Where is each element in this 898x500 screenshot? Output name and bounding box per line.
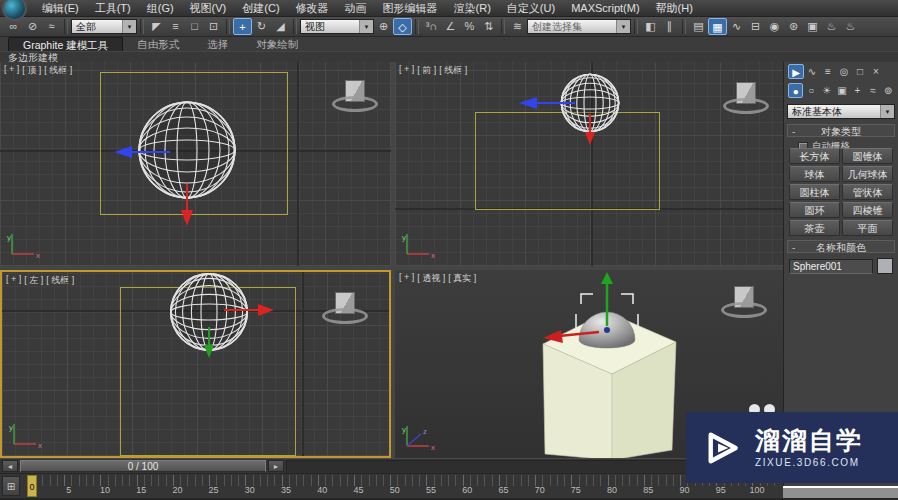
viewport-splitter-vertical[interactable] (391, 62, 395, 458)
menu-item[interactable]: 渲染(R) (446, 1, 499, 16)
viewcube[interactable] (723, 80, 773, 136)
manage-layers-icon[interactable]: ▤ (689, 18, 708, 35)
edit-named-selection-sets-icon[interactable]: ≋ (508, 18, 527, 35)
viewcube-ring[interactable] (322, 308, 368, 324)
object-type-button[interactable]: 几何球体 (842, 166, 893, 182)
select-and-manipulate-icon[interactable]: ◇ (393, 18, 412, 35)
menu-item[interactable]: 组(G) (139, 1, 182, 16)
bind-to-space-warp-icon[interactable]: ≈ (42, 18, 61, 35)
viewport-menu-label[interactable]: [ + ] (4, 64, 19, 77)
select-and-scale-icon[interactable]: ◢ (271, 18, 290, 35)
named-selection-sets-dropdown[interactable]: 创建选择集 ▼ (527, 19, 631, 34)
reference-coordinate-dropdown[interactable]: 视图 ▼ (300, 19, 374, 34)
curve-editor-icon[interactable]: ∿ (727, 18, 746, 35)
modify-tab-icon[interactable]: ∿ (804, 64, 820, 79)
spinner-snap-icon[interactable]: ⇅ (479, 18, 498, 35)
primitive-category-dropdown[interactable]: 标准基本体 ▼ (787, 104, 895, 119)
viewport-name-label[interactable]: [ 前 ] (417, 64, 436, 77)
object-name-input[interactable] (789, 259, 873, 274)
menu-item[interactable]: 帮助(H) (648, 1, 701, 16)
current-frame-marker[interactable]: 0 (27, 475, 37, 497)
menu-item[interactable]: 自定义(U) (499, 1, 563, 16)
viewport-splitter-horizontal[interactable] (0, 266, 783, 270)
unlink-selection-icon[interactable]: ⊘ (23, 18, 42, 35)
name-color-rollout[interactable]: - 名称和颜色 (787, 240, 895, 253)
object-type-button[interactable]: 四棱锥 (842, 202, 893, 218)
create-tab-icon[interactable]: ▶ (788, 64, 804, 79)
shapes-category-icon[interactable]: ○ (803, 83, 818, 98)
object-type-button[interactable]: 茶壶 (789, 220, 840, 236)
render-production-icon[interactable]: ♨ (822, 18, 841, 35)
viewport-shading-label[interactable]: [ 线框 ] (46, 274, 74, 287)
selection-filter-dropdown[interactable]: 全部 ▼ (71, 19, 137, 34)
viewport-shading-label[interactable]: [ 线框 ] (44, 64, 72, 77)
menu-item[interactable]: 创建(C) (234, 1, 287, 16)
rectangular-selection-region-icon[interactable]: □ (185, 18, 204, 35)
render-iterative-icon[interactable]: ♨ (841, 18, 860, 35)
material-editor-icon[interactable]: ◉ (765, 18, 784, 35)
select-by-name-icon[interactable]: ≡ (166, 18, 185, 35)
menu-item[interactable]: 修改器 (288, 1, 337, 16)
viewport-left[interactable]: x y [ + ] [ 左 ] [ 线框 ] (0, 270, 391, 458)
space-warps-category-icon[interactable]: ≈ (865, 83, 880, 98)
select-and-rotate-icon[interactable]: ↻ (252, 18, 271, 35)
tab-selection[interactable]: 选择 (193, 37, 242, 51)
object-color-swatch[interactable] (877, 258, 893, 274)
cameras-category-icon[interactable]: ▣ (834, 83, 849, 98)
tab-freeform[interactable]: 自由形式 (123, 37, 193, 51)
menu-item[interactable]: 视图(V) (182, 1, 235, 16)
rendered-frame-window-icon[interactable]: ▣ (803, 18, 822, 35)
viewcube-ring[interactable] (332, 96, 378, 112)
viewport-top[interactable]: x y [ + ] [ 顶 ] [ 线框 ] (0, 62, 391, 266)
align-icon[interactable]: ∥ (660, 18, 679, 35)
viewport-menu-label[interactable]: [ + ] (6, 274, 21, 287)
viewport-name-label[interactable]: [ 左 ] (24, 274, 43, 287)
motion-tab-icon[interactable]: ◎ (836, 64, 852, 79)
viewport-menu-label[interactable]: [ + ] (399, 64, 414, 77)
schematic-view-icon[interactable]: ⊟ (746, 18, 765, 35)
object-type-button[interactable]: 圆锥体 (842, 148, 893, 164)
viewport-menu-label[interactable]: [ + ] (399, 272, 414, 285)
display-tab-icon[interactable]: □ (852, 64, 868, 79)
object-type-button[interactable]: 长方体 (789, 148, 840, 164)
viewcube[interactable] (721, 284, 771, 340)
geometry-category-icon[interactable]: ● (788, 83, 803, 98)
utilities-tab-icon[interactable]: × (868, 64, 884, 79)
helpers-category-icon[interactable]: + (850, 83, 865, 98)
object-type-button[interactable]: 圆环 (789, 202, 840, 218)
object-type-button[interactable]: 圆柱体 (789, 184, 840, 200)
viewcube[interactable] (332, 78, 382, 134)
render-setup-icon[interactable]: ⊛ (784, 18, 803, 35)
viewcube[interactable] (322, 290, 372, 346)
object-type-rollout[interactable]: - 对象类型 (787, 124, 895, 137)
previous-frame-button[interactable]: ◄ (2, 460, 18, 472)
viewcube-ring[interactable] (723, 98, 769, 114)
use-pivot-point-icon[interactable]: ⊕ (374, 18, 393, 35)
viewport-name-label[interactable]: [ 透视 ] (417, 272, 445, 285)
viewport-name-label[interactable]: [ 顶 ] (22, 64, 41, 77)
tab-graphite-modeling[interactable]: Graphite 建模工具 (8, 37, 123, 51)
select-object-icon[interactable]: ◤ (147, 18, 166, 35)
hierarchy-tab-icon[interactable]: ≡ (820, 64, 836, 79)
viewport-front[interactable]: x y [ + ] [ 前 ] [ 线框 ] (395, 62, 783, 266)
object-type-button[interactable]: 平面 (842, 220, 893, 236)
tab-object-paint[interactable]: 对象绘制 (242, 37, 312, 51)
menu-item[interactable]: 编辑(E) (34, 1, 87, 16)
systems-category-icon[interactable]: ⊚ (881, 83, 896, 98)
snaps-toggle-3d-icon[interactable]: ³∩ (422, 18, 441, 35)
object-type-button[interactable]: 球体 (789, 166, 840, 182)
angle-snap-icon[interactable]: ∠ (441, 18, 460, 35)
time-slider-handle[interactable]: 0 / 100 (20, 460, 266, 472)
mirror-icon[interactable]: ◧ (641, 18, 660, 35)
menu-item[interactable]: MAXScript(M) (563, 2, 647, 14)
lights-category-icon[interactable]: ☀ (819, 83, 834, 98)
window-crossing-icon[interactable]: ⊡ (204, 18, 223, 35)
menu-item[interactable]: 工具(T) (87, 1, 139, 16)
menu-item[interactable]: 图形编辑器 (375, 1, 446, 16)
graphite-ribbon-toggle-icon[interactable]: ▦ (708, 18, 727, 35)
percent-snap-icon[interactable]: % (460, 18, 479, 35)
menu-item[interactable]: 动画 (337, 1, 375, 16)
object-type-button[interactable]: 管状体 (842, 184, 893, 200)
viewport-shading-label[interactable]: [ 线框 ] (439, 64, 467, 77)
next-frame-button[interactable]: ► (268, 460, 284, 472)
